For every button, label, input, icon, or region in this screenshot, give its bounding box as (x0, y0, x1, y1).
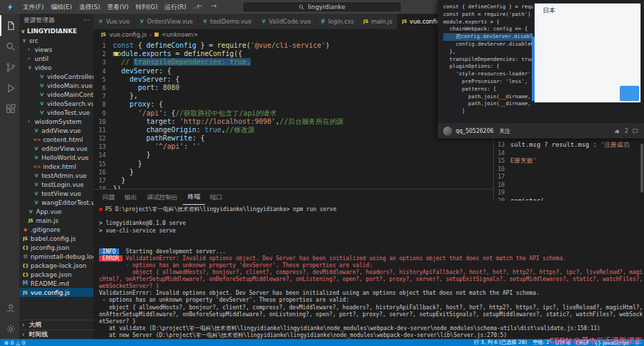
tree-item[interactable]: {}package.json (19, 270, 93, 279)
tree-item[interactable]: ≡npminstall-debug.log (19, 252, 93, 261)
project-root[interactable]: ∨ LINGYIDIANKE (19, 26, 93, 36)
menu-item[interactable]: 查看(V) (104, 3, 132, 12)
code-text: const { defineConfig } = require('@vue/c… (113, 42, 330, 50)
editor-tab[interactable]: JSmain.js (359, 14, 397, 29)
timeline-section[interactable]: › 时间线 (19, 329, 93, 339)
terminal-line: ERROR ValidationError: Invalid options o… (99, 255, 644, 262)
panel-tab[interactable]: 端口 (205, 190, 227, 205)
outline-section[interactable]: › 大纲 (19, 320, 93, 329)
overlay-blue-button[interactable] (620, 86, 639, 101)
editor-tab[interactable]: #login.css (316, 14, 359, 29)
chevron-right-icon: › (28, 46, 33, 53)
problems-status[interactable]: ⊗ 0 △ 0 (4, 340, 26, 346)
tree-item[interactable]: JSmain.js (19, 216, 93, 225)
code-text: }) (113, 185, 121, 189)
tree-item[interactable]: ›views (19, 45, 93, 54)
tree-item[interactable]: VvideoTest.vue (19, 108, 93, 117)
outline-label: 大纲 (29, 320, 42, 329)
panel-tab[interactable]: 输出 (120, 190, 142, 205)
line-number: 16 (93, 168, 113, 176)
terminal-output[interactable]: PS D:\project\零一电科\技术资料\lingyidianke\lin… (93, 205, 644, 339)
sidebar-item-source-control[interactable] (0, 57, 19, 78)
tree-item[interactable]: <>index.html (19, 162, 93, 171)
terminal-line: ValidationError: Invalid options object.… (99, 290, 644, 297)
tree-item[interactable]: VHelloWorld.vue (19, 153, 93, 162)
tree-item[interactable]: VaddView.vue (19, 126, 93, 135)
scrollbar[interactable] (641, 144, 643, 192)
terminal-text: PS D:\project\零一电科\技术资料\lingyidianke\lin… (105, 206, 337, 212)
menu-item[interactable]: 编辑(E) (47, 3, 75, 12)
follow-button[interactable]: 关注 (499, 127, 510, 135)
tree-item[interactable]: VeditorView.vue (19, 144, 93, 153)
tree-item[interactable]: VtestLogin.vue (19, 180, 93, 189)
comment-icon[interactable] (632, 128, 638, 134)
tree-item[interactable]: MREADME.md (19, 279, 93, 288)
username[interactable]: qq_50526206 (456, 128, 494, 134)
vue-file-icon: V (28, 209, 34, 215)
terminal-text: - options has an unknown property 'devSe… (99, 262, 373, 268)
thumbs-up-icon[interactable] (614, 128, 620, 134)
sidebar-item-search[interactable] (0, 36, 19, 57)
settings-button[interactable] (0, 318, 19, 339)
panel-tab[interactable]: 问题 (98, 190, 120, 205)
editor-tab[interactable]: VtestDemo.vue (198, 14, 257, 29)
code-text: // transpileDependencies: true, (113, 58, 251, 66)
explorer-more-actions-icon[interactable]: ··· (83, 17, 89, 24)
status-item[interactable]: 空格: 2 (533, 339, 550, 346)
vue-file-icon: V (33, 155, 39, 161)
tree-item[interactable]: VvideoMainContai... (19, 90, 93, 99)
tree-item[interactable]: {}jsconfig.json (19, 243, 93, 252)
panel-tab[interactable]: 终端 (183, 190, 205, 205)
project-name: LINGYIDIANKE (27, 28, 77, 35)
tree-item[interactable]: ›wisdomSystem (19, 117, 93, 126)
tree-item[interactable]: JSbabel.config.js (19, 234, 93, 243)
avatar[interactable] (443, 127, 452, 136)
tree-item[interactable]: <>content.html (19, 135, 93, 144)
menu-item[interactable]: 转到(G) (132, 3, 161, 12)
csdn-watermark: CSDN @爱依三千漫斯诺克 (549, 336, 642, 346)
tree-item[interactable]: VApp.vue (19, 207, 93, 216)
tree-item[interactable]: VtestAdmin.vue (19, 171, 93, 180)
terminal-text: ValidationError: Invalid options object.… (123, 255, 566, 262)
panel-tabs: 问题输出调试控制台终端端口 (98, 190, 227, 205)
chevron-right-icon: › (22, 322, 27, 328)
editor-tab[interactable]: VOrdersView.vue (134, 14, 197, 29)
file-name: npminstall-debug.log (30, 253, 93, 260)
sidebar-item-extensions[interactable] (0, 98, 19, 119)
tree-item[interactable]: JSvue.config.js (19, 288, 93, 297)
menu-item[interactable]: 选择(S) (75, 3, 104, 12)
vue-file-icon: V (33, 182, 39, 188)
menu-bar: 文件(F)编辑(E)选择(S)查看(V)转到(G)运行(R)… (19, 3, 203, 12)
tree-item[interactable]: ∨video (19, 63, 93, 72)
menu-item[interactable]: 文件(F) (19, 3, 47, 12)
editor-tab[interactable]: VValidCode.vue (256, 14, 316, 29)
tree-item[interactable]: {}package-lock.json (19, 261, 93, 270)
tree-item[interactable]: VvideoMain.vue (19, 81, 93, 90)
sidebar-item-explorer[interactable] (0, 15, 19, 36)
status-item[interactable]: 行 3, 列 6 (已选择 28) (474, 339, 527, 346)
tree-item[interactable]: VwangEditorTest.vue (19, 198, 93, 207)
file-name: package.json (30, 271, 71, 278)
tree-item[interactable]: VvideoSearch.vue (19, 99, 93, 108)
search-icon (298, 4, 305, 10)
log-file-icon: ≡ (22, 253, 28, 260)
account-button[interactable] (0, 298, 19, 318)
tree-item[interactable]: ›until (19, 54, 93, 63)
file-name: editorView.vue (42, 145, 87, 152)
editor-tab[interactable]: VVue.vue (93, 14, 134, 29)
forward-arrow-icon[interactable]: → (211, 2, 216, 10)
sidebar-item-run-debug[interactable] (0, 78, 19, 98)
tree-item[interactable]: ◆.gitignore (19, 225, 93, 234)
vue-file-icon: V (39, 110, 45, 116)
tree-item[interactable]: VvideoController.v... (19, 72, 93, 81)
line-number: 11 (93, 126, 113, 134)
terminal-text: object { allowedHosts?, bonjour?, client… (99, 304, 644, 325)
panel-tab[interactable]: 调试控制台 (142, 190, 183, 205)
tree-item[interactable]: VtestView.vue (19, 189, 93, 198)
overlay-code-line: pluginOptions: { (443, 63, 533, 71)
back-arrow-icon[interactable]: ← (197, 2, 202, 10)
tree-item[interactable]: ∨src (19, 36, 93, 45)
line-number: 4 (93, 67, 113, 75)
menu-item[interactable]: 运行(R) (161, 3, 190, 12)
command-center-search[interactable]: lingyidianke (242, 1, 402, 12)
